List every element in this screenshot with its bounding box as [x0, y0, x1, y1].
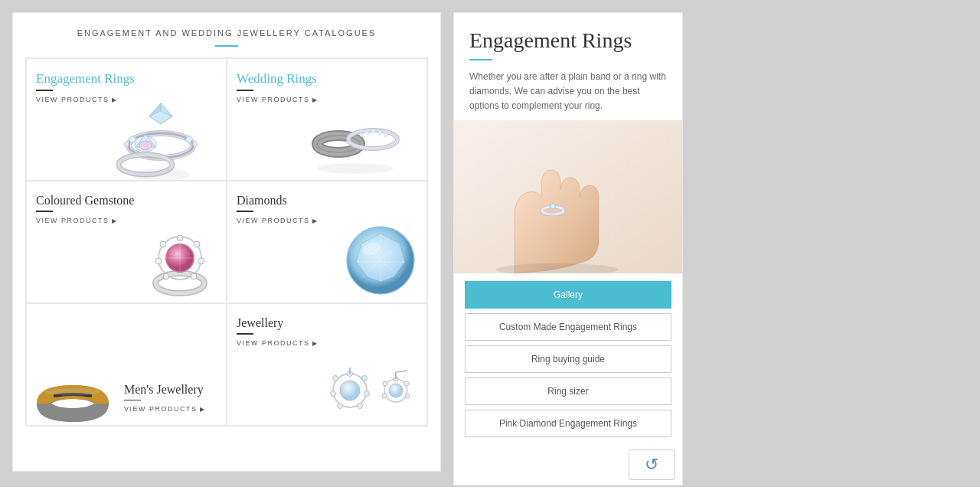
coloured-gemstone-view-products[interactable]: VIEW PRODUCTS: [36, 217, 134, 224]
left-panel: ENGAGEMENT AND WEDDING JEWELLERY CATALOG…: [12, 12, 441, 472]
cell-divider-4: [237, 211, 253, 212]
diamonds-title: Diamonds: [237, 194, 318, 208]
svg-point-23: [372, 129, 376, 133]
coloured-gemstone-cell[interactable]: Coloured Gemstone VIEW PRODUCTS: [26, 181, 227, 303]
mens-jewellery-title: Men's Jewellery: [124, 383, 206, 397]
svg-point-22: [366, 131, 370, 135]
captcha-area: ↺: [454, 445, 682, 485]
svg-point-30: [177, 235, 183, 241]
ring-buying-guide-button[interactable]: Ring buying guide: [465, 345, 671, 373]
svg-point-53: [362, 376, 368, 381]
svg-point-58: [333, 376, 338, 381]
svg-point-25: [384, 133, 388, 137]
gemstone-image: [134, 218, 226, 302]
right-panel-title: Engagement Rings: [469, 28, 667, 53]
svg-point-57: [331, 391, 336, 397]
svg-point-54: [364, 391, 370, 397]
svg-point-33: [191, 273, 197, 279]
svg-point-34: [163, 273, 169, 279]
svg-point-7: [124, 142, 129, 146]
svg-point-56: [338, 404, 343, 409]
wedding-rings-image: [292, 92, 423, 176]
diamonds-cell[interactable]: Diamonds VIEW PRODUCTS: [227, 181, 427, 303]
svg-point-35: [155, 258, 162, 264]
pink-diamond-button[interactable]: Pink Diamond Engagement Rings: [465, 410, 671, 437]
svg-point-64: [404, 381, 409, 386]
svg-point-66: [382, 394, 387, 398]
right-panel-divider: [469, 59, 492, 60]
svg-point-32: [198, 258, 204, 264]
right-nav: Gallery Custom Made Engagement Rings Rin…: [454, 273, 682, 445]
svg-point-9: [193, 142, 198, 146]
wedding-rings-cell[interactable]: Wedding Rings VIEW PRODUCTS: [227, 58, 427, 181]
gallery-button[interactable]: Gallery: [465, 281, 671, 309]
right-header: Engagement Rings Whether you are after a…: [454, 13, 682, 120]
svg-point-65: [405, 394, 410, 398]
engagement-rings-cell[interactable]: Engagement Rings VIEW PRODUCTS: [26, 58, 227, 181]
captcha-icon: ↺: [629, 449, 675, 480]
catalogue-grid: Engagement Rings VIEW PRODUCTS: [25, 57, 428, 427]
svg-point-15: [132, 168, 190, 181]
title-divider: [215, 45, 238, 47]
svg-point-59: [340, 381, 360, 400]
engagement-ring-image: [88, 84, 227, 181]
svg-point-55: [358, 404, 363, 409]
ring-hero-image: [454, 120, 682, 273]
diamonds-view-products[interactable]: VIEW PRODUCTS: [237, 217, 318, 224]
custom-made-button[interactable]: Custom Made Engagement Rings: [465, 313, 671, 341]
svg-point-31: [194, 241, 200, 247]
svg-point-36: [160, 241, 166, 247]
svg-point-67: [383, 381, 387, 386]
svg-point-24: [378, 131, 382, 135]
right-panel-description: Whether you are after a plain band or a …: [469, 70, 667, 114]
cell-divider-3: [36, 211, 53, 212]
catalogue-title: ENGAGEMENT AND WEDDING JEWELLERY CATALOG…: [77, 28, 377, 38]
svg-point-14: [139, 141, 152, 150]
coloured-gemstone-title: Coloured Gemstone: [36, 194, 134, 208]
mens-jewellery-cell[interactable]: Men's Jewellery VIEW PRODUCTS: [26, 303, 227, 426]
svg-point-6: [129, 136, 136, 142]
mens-jewellery-image: [31, 356, 115, 425]
svg-line-69: [396, 371, 407, 372]
svg-point-50: [46, 388, 100, 396]
svg-point-26: [317, 163, 394, 174]
right-panel: Engagement Rings Whether you are after a…: [453, 12, 683, 485]
cell-divider-2: [237, 90, 253, 91]
page-wrapper: ENGAGEMENT AND WEDDING JEWELLERY CATALOG…: [0, 0, 980, 487]
jewellery-image: [323, 360, 423, 421]
svg-point-8: [186, 136, 192, 142]
jewellery-cell[interactable]: Jewellery VIEW PRODUCTS: [227, 303, 427, 426]
svg-point-62: [389, 384, 403, 397]
jewellery-view-products[interactable]: VIEW PRODUCTS: [237, 339, 318, 347]
cell-divider-6: [237, 333, 253, 335]
cell-divider-5: [124, 400, 141, 401]
ring-sizer-button[interactable]: Ring sizer: [465, 378, 671, 405]
wedding-rings-title: Wedding Rings: [237, 71, 318, 87]
diamond-image: [342, 222, 419, 299]
cell-divider-1: [36, 90, 53, 91]
mens-jewellery-view-products[interactable]: VIEW PRODUCTS: [124, 405, 206, 413]
svg-point-21: [360, 133, 364, 137]
jewellery-title: Jewellery: [237, 316, 318, 330]
